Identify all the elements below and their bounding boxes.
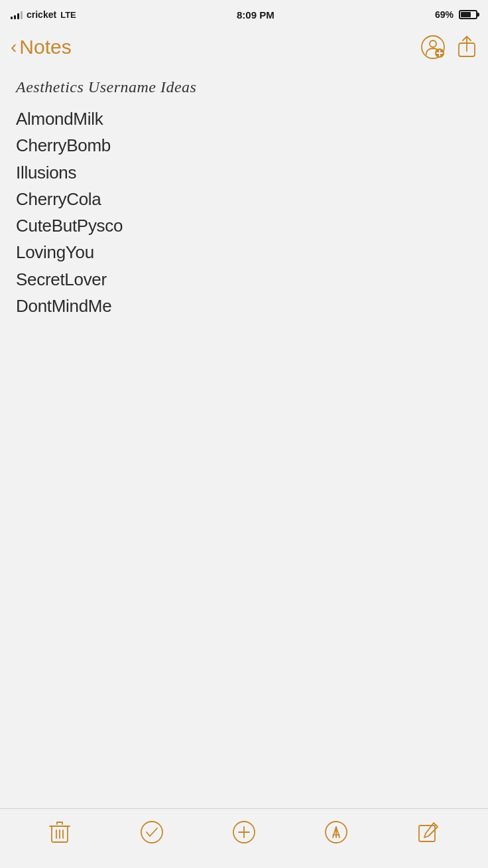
- add-circle-icon: [232, 820, 256, 844]
- list-item: CuteButPysco: [16, 212, 472, 239]
- list-item: DontMindMe: [16, 293, 472, 319]
- search-circle-icon: [324, 820, 348, 844]
- signal-bar-3: [17, 13, 19, 19]
- battery-body: [459, 10, 477, 19]
- note-title: Aesthetics Username Ideas: [16, 78, 472, 96]
- list-item: SecretLover: [16, 266, 472, 293]
- list-item: AlmondMilk: [16, 106, 472, 132]
- share-button[interactable]: [456, 35, 477, 60]
- svg-point-1: [430, 40, 436, 47]
- status-right: 69%: [435, 9, 477, 20]
- share-icon: [456, 35, 477, 60]
- svg-point-12: [141, 822, 162, 843]
- compose-icon: [416, 820, 440, 844]
- nav-actions: [420, 35, 477, 60]
- status-time: 8:09 PM: [237, 9, 274, 21]
- signal-bar-2: [14, 15, 16, 19]
- status-left: cricket LTE: [11, 9, 76, 20]
- signal-bar-4: [21, 11, 23, 19]
- search-button[interactable]: [320, 816, 353, 849]
- list-item: LovingYou: [16, 239, 472, 265]
- status-bar: cricket LTE 8:09 PM 69%: [0, 0, 488, 29]
- network-type: LTE: [60, 10, 76, 20]
- signal-bar-1: [11, 17, 13, 19]
- back-label: Notes: [19, 36, 71, 58]
- chevron-left-icon: ‹: [11, 38, 17, 56]
- list-item: Illusions: [16, 159, 472, 186]
- list-item: CherryCola: [16, 186, 472, 212]
- add-collaborator-button[interactable]: [420, 35, 446, 60]
- nav-bar: ‹ Notes: [0, 29, 488, 68]
- bottom-toolbar: [0, 808, 488, 868]
- signal-bars-icon: [11, 10, 23, 19]
- check-button[interactable]: [135, 816, 168, 849]
- svg-rect-19: [419, 826, 435, 841]
- battery-percent: 69%: [435, 9, 454, 20]
- carrier-name: cricket: [27, 9, 56, 20]
- add-person-icon: [420, 35, 446, 60]
- compose-button[interactable]: [412, 816, 445, 849]
- battery-fill: [461, 12, 471, 17]
- note-items-list: AlmondMilk CherryBomb Illusions CherryCo…: [16, 106, 472, 319]
- back-button[interactable]: ‹ Notes: [11, 36, 72, 58]
- delete-button[interactable]: [43, 816, 76, 849]
- note-content: Aesthetics Username Ideas AlmondMilk Che…: [0, 68, 488, 330]
- add-button[interactable]: [227, 816, 261, 849]
- list-item: CherryBomb: [16, 132, 472, 159]
- battery-icon: [459, 10, 477, 19]
- check-circle-icon: [140, 820, 164, 844]
- trash-icon: [49, 820, 70, 844]
